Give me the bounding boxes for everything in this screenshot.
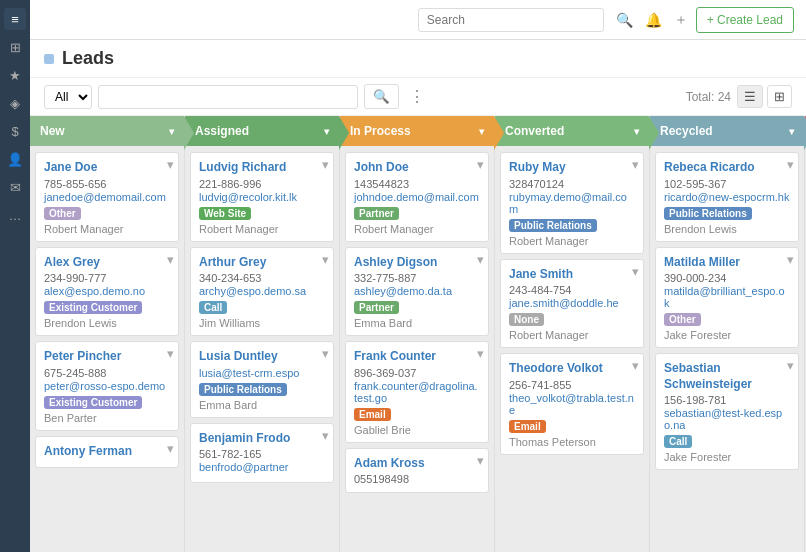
kanban-card[interactable]: ▾Antony Ferman: [35, 436, 179, 469]
card-menu-button[interactable]: ▾: [632, 157, 639, 172]
kanban-card[interactable]: ▾Ashley Digson332-775-887ashley@demo.da.…: [345, 247, 489, 337]
card-menu-button[interactable]: ▾: [322, 157, 329, 172]
sidebar-icon-diamond[interactable]: ◈: [4, 92, 26, 114]
sidebar-icon-star[interactable]: ★: [4, 64, 26, 86]
cards-container-recycled: ▾Rebeca Ricardo102-595-367ricardo@new-es…: [650, 146, 804, 552]
card-menu-button[interactable]: ▾: [787, 157, 794, 172]
plus-icon[interactable]: ＋: [674, 11, 688, 29]
kanban-view-button[interactable]: ⊞: [767, 85, 792, 108]
card-menu-button[interactable]: ▾: [477, 453, 484, 468]
card-phone: 328470124: [509, 178, 635, 190]
create-lead-button[interactable]: + Create Lead: [696, 7, 794, 33]
card-phone: 156-198-781: [664, 394, 790, 406]
topbar: 🔍 🔔 ＋ + Create Lead: [30, 0, 806, 40]
kanban-card[interactable]: ▾Lusia Duntleylusia@test-crm.espoPublic …: [190, 341, 334, 418]
card-menu-button[interactable]: ▾: [477, 157, 484, 172]
kanban-card[interactable]: ▾Ruby May328470124rubymay.demo@mail.comP…: [500, 152, 644, 254]
card-badge: Other: [44, 207, 81, 220]
card-email: theo_volkot@trabla.test.ne: [509, 392, 635, 416]
card-badge: Existing Customer: [44, 301, 142, 314]
toolbar-more-icon[interactable]: ⋮: [409, 87, 425, 106]
card-phone: 055198498: [354, 473, 480, 485]
kanban-board: New▾▾Jane Doe785-855-656janedoe@demomail…: [30, 116, 806, 552]
card-badge: Public Relations: [509, 219, 597, 232]
card-menu-button[interactable]: ▾: [787, 252, 794, 267]
card-badge: Call: [664, 435, 692, 448]
card-name: Matilda Miller: [664, 255, 790, 271]
filter-select[interactable]: All: [44, 85, 92, 109]
card-email: benfrodo@partner: [199, 461, 325, 473]
card-menu-button[interactable]: ▾: [322, 346, 329, 361]
kanban-card[interactable]: ▾Rebeca Ricardo102-595-367ricardo@new-es…: [655, 152, 799, 242]
card-menu-button[interactable]: ▾: [167, 157, 174, 172]
sidebar-icon-dollar[interactable]: $: [4, 120, 26, 142]
sidebar-icon-more[interactable]: …: [4, 204, 26, 226]
card-badge: Public Relations: [664, 207, 752, 220]
cards-container-new: ▾Jane Doe785-855-656janedoe@demomail.com…: [30, 146, 184, 552]
sidebar-icon-mail[interactable]: ✉: [4, 176, 26, 198]
kanban-card[interactable]: ▾Sebastian Schweinsteiger156-198-781seba…: [655, 353, 799, 470]
card-menu-button[interactable]: ▾: [322, 252, 329, 267]
kanban-card[interactable]: ▾Adam Kross055198498: [345, 448, 489, 494]
sidebar-icon-home[interactable]: ≡: [4, 8, 26, 30]
bell-icon[interactable]: 🔔: [645, 12, 662, 28]
card-email: matilda@brilliant_espo.ok: [664, 285, 790, 309]
card-badge: Partner: [354, 207, 399, 220]
card-email: alex@espo.demo.no: [44, 285, 170, 297]
card-name: Ashley Digson: [354, 255, 480, 271]
search-icon[interactable]: 🔍: [616, 12, 633, 28]
card-manager: Robert Manager: [44, 223, 170, 235]
card-menu-button[interactable]: ▾: [477, 346, 484, 361]
card-badge: Public Relations: [199, 383, 287, 396]
card-badge: Existing Customer: [44, 396, 142, 409]
card-email: ashley@demo.da.ta: [354, 285, 480, 297]
column-header-inprocess[interactable]: In Process▾: [340, 116, 494, 146]
kanban-card[interactable]: ▾Matilda Miller390-000-234matilda@brilli…: [655, 247, 799, 349]
kanban-card[interactable]: ▾Benjamin Frodo561-782-165benfrodo@partn…: [190, 423, 334, 484]
kanban-card[interactable]: ▾Alex Grey234-990-777alex@espo.demo.noEx…: [35, 247, 179, 337]
card-menu-button[interactable]: ▾: [322, 428, 329, 443]
card-menu-button[interactable]: ▾: [167, 252, 174, 267]
page-header: Leads: [30, 40, 806, 78]
column-chevron-icon: ▾: [789, 126, 794, 137]
column-header-converted[interactable]: Converted▾: [495, 116, 649, 146]
column-header-assigned[interactable]: Assigned▾: [185, 116, 339, 146]
kanban-column-inprocess: In Process▾▾John Doe143544823johndoe.dem…: [340, 116, 495, 552]
kanban-card[interactable]: ▾John Doe143544823johndoe.demo@mail.comP…: [345, 152, 489, 242]
page-title: Leads: [62, 48, 114, 69]
kanban-card[interactable]: ▾Ludvig Richard221-886-996ludvig@recolor…: [190, 152, 334, 242]
sidebar-icon-user[interactable]: 👤: [4, 148, 26, 170]
toolbar-search-input[interactable]: [98, 85, 358, 109]
card-menu-button[interactable]: ▾: [632, 358, 639, 373]
card-name: Arthur Grey: [199, 255, 325, 271]
card-menu-button[interactable]: ▾: [477, 252, 484, 267]
toolbar-search-button[interactable]: 🔍: [364, 84, 399, 109]
kanban-card[interactable]: ▾Frank Counter896-369-037frank.counter@d…: [345, 341, 489, 443]
kanban-card[interactable]: ▾Jane Doe785-855-656janedoe@demomail.com…: [35, 152, 179, 242]
total-label: Total: 24: [686, 90, 731, 104]
card-email: frank.counter@dragolina.test.go: [354, 380, 480, 404]
kanban-card[interactable]: ▾Theodore Volkot256-741-855theo_volkot@t…: [500, 353, 644, 455]
column-header-new[interactable]: New▾: [30, 116, 184, 146]
card-menu-button[interactable]: ▾: [632, 264, 639, 279]
card-phone: 102-595-367: [664, 178, 790, 190]
card-name: Benjamin Frodo: [199, 431, 325, 447]
kanban-card[interactable]: ▾Arthur Grey340-234-653archy@espo.demo.s…: [190, 247, 334, 337]
column-header-recycled[interactable]: Recycled▾: [650, 116, 804, 146]
card-menu-button[interactable]: ▾: [167, 441, 174, 456]
topbar-search-input[interactable]: [418, 8, 604, 32]
card-phone: 785-855-656: [44, 178, 170, 190]
cards-container-assigned: ▾Ludvig Richard221-886-996ludvig@recolor…: [185, 146, 339, 552]
kanban-card[interactable]: ▾Peter Pincher675-245-888peter@rosso-esp…: [35, 341, 179, 431]
card-manager: Emma Bard: [354, 317, 480, 329]
sidebar-icon-grid[interactable]: ⊞: [4, 36, 26, 58]
column-label: Converted: [505, 124, 564, 138]
card-menu-button[interactable]: ▾: [167, 346, 174, 361]
card-name: Lusia Duntley: [199, 349, 325, 365]
column-label: Recycled: [660, 124, 713, 138]
list-view-button[interactable]: ☰: [737, 85, 763, 108]
card-menu-button[interactable]: ▾: [787, 358, 794, 373]
card-name: Jane Smith: [509, 267, 635, 283]
kanban-card[interactable]: ▾Jane Smith243-484-754jane.smith@doddle.…: [500, 259, 644, 349]
column-chevron-icon: ▾: [324, 126, 329, 137]
